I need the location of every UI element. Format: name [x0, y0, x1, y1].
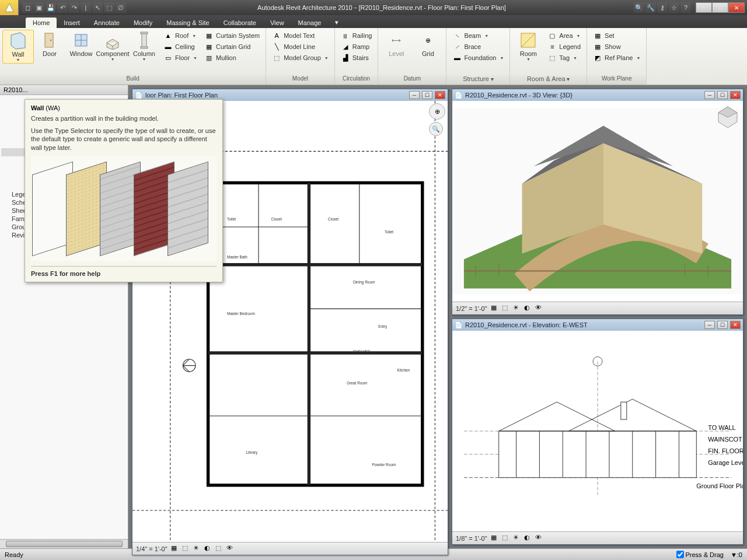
grid-button[interactable]: ⊕Grid: [412, 30, 444, 58]
help-icon[interactable]: ?: [680, 2, 691, 13]
doc-maximize-button[interactable]: ☐: [422, 91, 432, 99]
redo-icon[interactable]: ↷: [69, 2, 79, 13]
column-button[interactable]: Column▼: [128, 30, 160, 62]
wrench-icon[interactable]: 🔧: [645, 2, 656, 13]
floor-button[interactable]: ▭Floor▼: [161, 52, 200, 63]
elevation-canvas[interactable]: TO WALL WAINSCOT FIN. FLOOR Garage Level…: [452, 331, 743, 531]
curtain-system-button[interactable]: ▦Curtain System: [202, 30, 262, 41]
vc-icon[interactable]: ◐: [524, 304, 533, 313]
vc-icon[interactable]: ▦: [491, 534, 500, 543]
area-button[interactable]: ▢Area▼: [545, 30, 583, 41]
doc-close-button[interactable]: ✕: [730, 91, 741, 99]
brace-button[interactable]: ⟋Brace: [450, 41, 506, 52]
stairs-button[interactable]: ▟Stairs: [338, 52, 375, 63]
model-line-button[interactable]: ╲Model Line: [270, 41, 331, 52]
show-button[interactable]: ▦Show: [591, 41, 643, 52]
wall-button[interactable]: Wall▼: [2, 30, 34, 64]
component-button[interactable]: Component▼: [97, 30, 128, 62]
save-icon[interactable]: 💾: [46, 2, 56, 13]
detail-level-icon[interactable]: ▦: [171, 544, 180, 554]
zoom-icon[interactable]: 🔍: [429, 122, 443, 136]
door-button[interactable]: Door: [34, 30, 65, 58]
beam-button[interactable]: ⟍Beam▼: [450, 30, 506, 41]
tab-insert[interactable]: Insert: [57, 18, 87, 28]
hide-icon[interactable]: 👁: [226, 544, 236, 554]
roof-button[interactable]: ▲Roof▼: [161, 30, 200, 41]
curtain-grid-button[interactable]: ▦Curtain Grid: [202, 41, 262, 52]
model-text-button[interactable]: AModel Text: [270, 30, 331, 41]
ref-plane-button[interactable]: ◩Ref Plane▼: [591, 52, 643, 63]
3d-icon[interactable]: ⬚: [104, 2, 114, 13]
tab-manage[interactable]: Manage: [291, 18, 329, 28]
filter-icon[interactable]: ▼:0: [731, 551, 742, 558]
doc-close-button[interactable]: ✕: [435, 91, 445, 99]
doc-minimize-button[interactable]: ─: [409, 91, 420, 99]
press-drag-checkbox[interactable]: Press & Drag: [676, 551, 724, 558]
vc-icon[interactable]: ☀: [513, 304, 522, 313]
set-button[interactable]: ▦Set: [591, 30, 643, 41]
svg-text:TO WALL: TO WALL: [708, 424, 735, 431]
3d-view-window[interactable]: 📄 R2010_Residence.rvt - 3D View: {3D} ─ …: [452, 89, 743, 315]
sun-path-icon[interactable]: ☀: [193, 544, 203, 554]
elev-scale[interactable]: 1/8" = 1'-0": [456, 535, 487, 542]
doc-minimize-button[interactable]: ─: [704, 321, 715, 329]
ceiling-button[interactable]: ▬Ceiling: [161, 41, 200, 52]
vc-icon[interactable]: ◐: [524, 534, 533, 543]
visual-style-icon[interactable]: ⬚: [182, 544, 191, 554]
room-button[interactable]: Room▼: [512, 30, 544, 62]
nav-wheel-icon[interactable]: ⊕: [429, 103, 445, 120]
foundation-button[interactable]: ▬Foundation▼: [450, 52, 506, 63]
browser-hscroll[interactable]: [0, 539, 128, 548]
railing-button[interactable]: ⫼Railing: [338, 30, 375, 41]
doc-close-button[interactable]: ✕: [730, 321, 741, 329]
close-button[interactable]: ✕: [728, 2, 745, 13]
floor-scale[interactable]: 1/4" = 1'-0": [136, 545, 167, 552]
3d-view-titlebar[interactable]: 📄 R2010_Residence.rvt - 3D View: {3D} ─ …: [452, 89, 743, 101]
component-icon: [103, 31, 122, 50]
legend-button[interactable]: ≡Legend: [545, 41, 583, 52]
app-menu-button[interactable]: [0, 0, 19, 15]
elevation-window[interactable]: 📄 R2010_Residence.rvt - Elevation: E-WES…: [452, 318, 743, 545]
browser-tab[interactable]: R2010...: [0, 85, 128, 95]
maximize-button[interactable]: ☐: [712, 2, 728, 13]
tab-annotate[interactable]: Annotate: [87, 18, 127, 28]
ramp-button[interactable]: ◢Ramp: [338, 41, 375, 52]
vc-icon[interactable]: ⬚: [502, 304, 511, 313]
undo-icon[interactable]: ↶: [57, 2, 68, 13]
mullion-button[interactable]: ▥Mullion: [202, 52, 262, 63]
shadows-icon[interactable]: ◐: [204, 544, 214, 554]
doc-maximize-button[interactable]: ☐: [717, 91, 728, 99]
3d-scale[interactable]: 1/2" = 1'-0": [456, 305, 487, 312]
window-button[interactable]: Window: [65, 30, 97, 58]
tab-home[interactable]: Home: [26, 18, 57, 28]
minimize-button[interactable]: ─: [696, 2, 712, 13]
3d-view-canvas[interactable]: [452, 101, 743, 302]
vc-icon[interactable]: 👁: [535, 534, 544, 543]
vc-icon[interactable]: ⬚: [502, 534, 511, 543]
vc-icon[interactable]: 👁: [535, 304, 544, 313]
ribbon-group-work-plane: ▦Set ▦Show ◩Ref Plane▼ Work Plane: [587, 28, 647, 85]
tab-view[interactable]: View: [263, 18, 291, 28]
elevation-titlebar[interactable]: 📄 R2010_Residence.rvt - Elevation: E-WES…: [452, 319, 743, 331]
binoculars-icon[interactable]: 🔍: [634, 2, 644, 13]
svg-text:WAINSCOT: WAINSCOT: [708, 436, 742, 443]
star-icon[interactable]: ☆: [669, 2, 679, 13]
vc-icon[interactable]: ☀: [513, 534, 522, 543]
tab-massing-site[interactable]: Massing & Site: [159, 18, 216, 28]
tag-button[interactable]: ⬚Tag▼: [545, 52, 583, 63]
tab-modify[interactable]: Modify: [127, 18, 159, 28]
open-icon[interactable]: ▣: [34, 2, 44, 13]
sync-icon[interactable]: ∅: [116, 2, 126, 13]
key-icon[interactable]: ⚷: [657, 2, 668, 13]
new-icon[interactable]: ◻: [22, 2, 33, 13]
crop-icon[interactable]: ⬚: [215, 544, 225, 554]
level-button[interactable]: ⟷Level: [381, 30, 412, 58]
vc-icon[interactable]: ▦: [491, 304, 500, 313]
model-group-button[interactable]: ⬚Model Group▼: [270, 52, 331, 63]
modify-icon[interactable]: ↖: [92, 2, 103, 13]
doc-maximize-button[interactable]: ☐: [717, 321, 728, 329]
tab-collaborate[interactable]: Collaborate: [217, 18, 263, 28]
ribbon-expand-icon[interactable]: ▾: [328, 17, 345, 28]
doc-minimize-button[interactable]: ─: [704, 91, 715, 99]
view-cube[interactable]: [716, 104, 739, 128]
